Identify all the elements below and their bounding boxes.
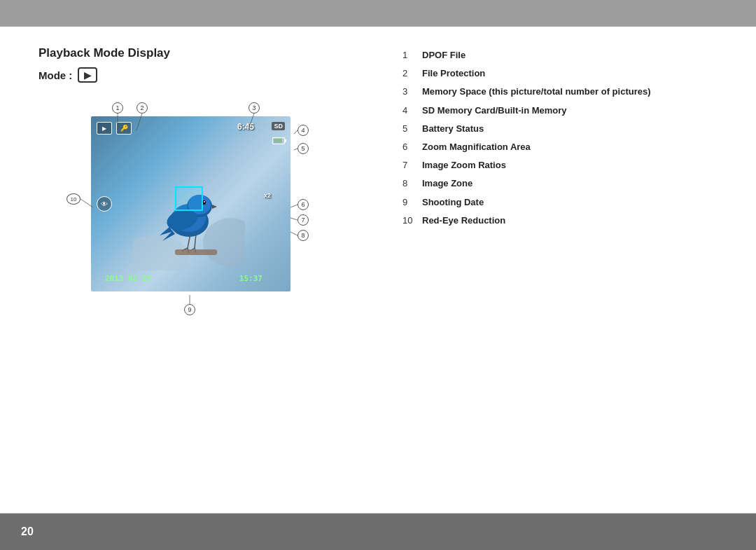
right-panel: 1 DPOF File 2 File Protection 3 Memory S… [402, 46, 718, 355]
page-title: Playback Mode Display [38, 46, 374, 60]
page-number: 20 [21, 525, 34, 538]
feature-num-4: 4 [402, 104, 415, 117]
callout-3: 3 [248, 102, 260, 114]
zoom-box [175, 186, 203, 211]
time-display: 15:37 [239, 274, 262, 283]
callout-2: 2 [136, 102, 148, 114]
feature-item-6: 6 Zoom Magnification Area [402, 141, 718, 153]
left-panel: Playback Mode Display Mode : ▶ [38, 46, 374, 355]
diagram-container: 🔑 6:45 SD 👁 x2 2013 02·25 15:37 1 [52, 95, 346, 355]
feature-label-2: File Protection [422, 67, 485, 80]
feature-item-8: 8 Image Zone [402, 177, 718, 190]
feature-num-9: 9 [402, 196, 415, 209]
protect-icon: 🔑 [116, 122, 132, 135]
svg-line-23 [290, 205, 298, 207]
feature-item-5: 5 Battery Status [402, 123, 718, 135]
feature-num-7: 7 [402, 159, 415, 172]
svg-point-7 [204, 201, 205, 202]
feature-item-9: 9 Shooting Date [402, 196, 718, 209]
feature-num-3: 3 [402, 85, 415, 98]
callout-10: 10 [66, 193, 80, 205]
feature-label-10: Red-Eye Reduction [422, 214, 505, 227]
feature-label-4: SD Memory Card/Built-in Memory [422, 104, 567, 117]
callout-5: 5 [298, 143, 309, 154]
sd-badge: SD [272, 122, 285, 130]
redeye-icon: 👁 [97, 196, 112, 212]
feature-label-7: Image Zoom Ratios [422, 159, 506, 172]
callout-4: 4 [298, 125, 309, 136]
feature-item-1: 1 DPOF File [402, 49, 718, 62]
feature-num-2: 2 [402, 67, 415, 80]
feature-label-3: Memory Space (this picture/total number … [422, 85, 651, 98]
feature-num-8: 8 [402, 177, 415, 190]
mode-icon: ▶ [78, 67, 97, 83]
callout-9: 9 [184, 304, 195, 315]
feature-num-5: 5 [402, 123, 415, 135]
feature-label-5: Battery Status [422, 123, 484, 135]
feature-item-10: 10 Red-Eye Reduction [402, 214, 718, 227]
bottom-bar: 20 [0, 514, 756, 550]
camera-image: 🔑 6:45 SD 👁 x2 2013 02·25 15:37 [91, 116, 290, 291]
main-content: Playback Mode Display Mode : ▶ [0, 27, 756, 355]
overlay-icons: 🔑 [97, 122, 132, 135]
feature-item-7: 7 Image Zoom Ratios [402, 159, 718, 172]
feature-item-4: 4 SD Memory Card/Built-in Memory [402, 104, 718, 117]
feature-label-9: Shooting Date [422, 196, 484, 209]
callout-7: 7 [298, 214, 309, 226]
svg-marker-8 [212, 205, 217, 209]
feature-label-6: Zoom Magnification Area [422, 141, 531, 153]
svg-rect-17 [175, 249, 217, 255]
svg-line-24 [290, 218, 298, 220]
mode-line: Mode : ▶ [38, 67, 374, 83]
feature-label-1: DPOF File [422, 49, 465, 62]
top-bar [0, 0, 756, 27]
svg-line-25 [290, 232, 298, 235]
file-counter: 6:45 [237, 122, 254, 132]
date-display: 2013 02·25 [105, 274, 151, 283]
feature-item-2: 2 File Protection [402, 67, 718, 80]
feature-num-1: 1 [402, 49, 415, 62]
dpof-icon [97, 122, 112, 135]
svg-point-1 [203, 218, 245, 267]
feature-num-6: 6 [402, 141, 415, 153]
callout-1: 1 [112, 102, 123, 114]
battery-tip [284, 139, 286, 142]
feature-num-10: 10 [402, 214, 415, 227]
camera-image-inner: 🔑 6:45 SD 👁 x2 2013 02·25 15:37 [91, 116, 290, 291]
feature-label-8: Image Zone [422, 177, 472, 190]
mode-label: Mode : [38, 69, 72, 81]
callout-8: 8 [298, 230, 309, 241]
battery-icon [272, 137, 285, 144]
zoom-ratios: x2 [264, 192, 271, 199]
feature-item-3: 3 Memory Space (this picture/total numbe… [402, 85, 718, 98]
feature-list: 1 DPOF File 2 File Protection 3 Memory S… [402, 49, 718, 227]
callout-6: 6 [298, 199, 309, 210]
